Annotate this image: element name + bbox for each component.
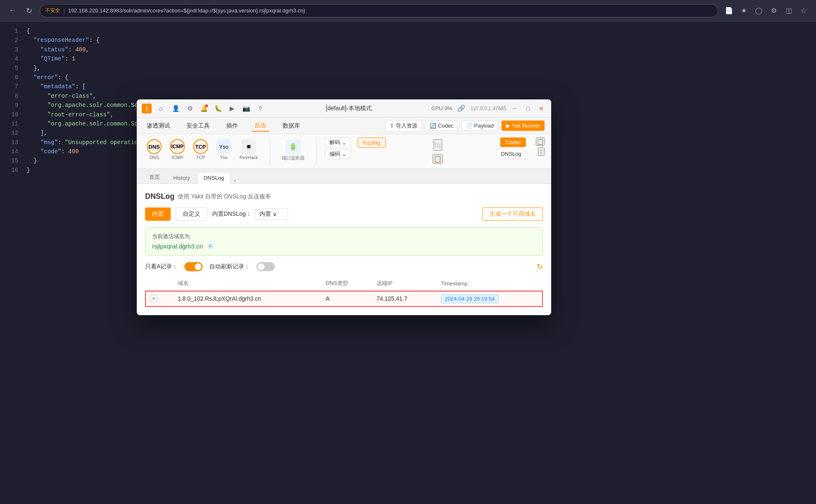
cpu-info: CPU 0%	[431, 105, 452, 111]
yak-runner-button[interactable]: ▶ Yak Runner	[501, 121, 545, 131]
tcp-label: TCP	[196, 155, 205, 160]
bug-icon-button[interactable]: 🐛	[212, 103, 224, 114]
read-mode-button[interactable]: 📄	[723, 5, 735, 17]
favorites-button[interactable]: ☆	[798, 5, 809, 17]
menu-item-pentest[interactable]: 渗透测试	[143, 121, 173, 131]
tab-history[interactable]: History	[167, 172, 196, 183]
transfer-icon-button[interactable]: ⇆	[433, 139, 442, 151]
only-a-label: 只看A记录：	[145, 263, 178, 270]
dns-button[interactable]: DNS DNS	[143, 137, 165, 162]
toolbar-divider-1	[270, 137, 270, 165]
reload-button[interactable]: ↻	[23, 5, 35, 17]
line-num: 16	[8, 166, 18, 175]
refresh-icon[interactable]: ↻	[537, 262, 543, 271]
home-button[interactable]: ⌂	[155, 103, 167, 114]
right-copy-button[interactable]: 📋	[536, 137, 545, 146]
line-num: 12	[8, 128, 18, 137]
notification-icon-button[interactable]: 🔔	[198, 103, 210, 114]
close-button[interactable]: ✕	[536, 104, 546, 113]
extension-button[interactable]: ◯	[753, 5, 765, 17]
right-upload-button[interactable]: ⇧	[538, 147, 545, 156]
cell-remote-ip: 74.125.41.7	[372, 291, 436, 307]
import-resource-button[interactable]: ⇧ 导入资源	[385, 120, 422, 132]
icmp-button[interactable]: ICMP ICMP	[167, 137, 188, 162]
dns-icon: DNS	[147, 139, 162, 154]
yso-button[interactable]: Yso Yso	[213, 137, 235, 162]
menu-item-reverse[interactable]: 反连	[251, 120, 269, 132]
icmp-icon: ICMP	[170, 139, 185, 154]
maximize-button[interactable]: □	[523, 104, 533, 113]
copy-domain-button[interactable]: ⎘	[206, 242, 215, 250]
yakit-menubar: 渗透测试 安全工具 插件 反连 数据库 ⇧ 导入资源 🔄 Codec 📄 Pay…	[137, 118, 551, 134]
cell-timestamp: 2024-04-29 20:19:54	[436, 291, 543, 307]
tcp-button[interactable]: TCP TCP	[190, 137, 211, 162]
menu-item-database[interactable]: 数据库	[279, 121, 303, 131]
help-icon-button[interactable]: ?	[254, 103, 266, 114]
minimize-button[interactable]: −	[510, 104, 520, 113]
auto-refresh-toggle[interactable]	[257, 262, 275, 271]
decode-chevron-icon: ⌄	[342, 140, 346, 146]
payload-icon: 📄	[466, 123, 472, 129]
dns-select-label: 内置DNSLog：	[212, 210, 252, 218]
expand-row-button[interactable]: +	[150, 295, 157, 302]
yak-runner-icon: ▶	[506, 123, 510, 129]
records-table: 域名 DNS类型 远端IP Timestamp + 1.8.0_102.RsJL…	[145, 276, 543, 307]
codec-menu-icon: 🔄	[430, 123, 436, 129]
bookmark-button[interactable]: ★	[738, 5, 750, 17]
cpu-label: CPU	[431, 105, 443, 111]
revhack-button[interactable]: ■ RevHack	[236, 137, 262, 162]
domain-name: rsjlpxqral.dgrh3.cn	[152, 243, 203, 250]
notification-dot	[205, 104, 208, 107]
line-num: 14	[8, 147, 18, 156]
codec-action-button[interactable]: Codec	[500, 137, 526, 147]
security-warning: 不安全	[45, 7, 60, 14]
copy-content-button[interactable]: 📋	[433, 154, 443, 164]
dns-select-group: 内置DNSLog： 内置 ∨	[212, 208, 288, 220]
menu-item-security-tools[interactable]: 安全工具	[183, 121, 213, 131]
user-icon-button[interactable]: 👤	[170, 103, 182, 114]
builtin-toggle-button[interactable]: 内置	[145, 207, 171, 221]
line-num: 6	[8, 73, 18, 82]
menu-item-plugins[interactable]: 插件	[223, 121, 241, 131]
dnslog-right-label: DNSLog	[496, 149, 526, 159]
yso-icon: Yso	[216, 139, 231, 154]
settings-icon-button[interactable]: ⚙	[184, 103, 196, 114]
tab-dnslog[interactable]: DNSLog	[197, 172, 230, 184]
decode-button[interactable]: 解码 ⌄	[325, 137, 351, 147]
generate-domain-button[interactable]: 生成一个可用域名	[482, 207, 543, 221]
toggle-group: 内置 自定义 内置DNSLog： 内置 ∨ 生成一个可用域名	[145, 207, 543, 221]
cell-domain: 1.8.0_102.RsJLpXQrAl.dgrh3.cn	[173, 291, 321, 307]
line-num: 3	[8, 45, 18, 54]
terminal-icon-button[interactable]: ▶	[226, 103, 238, 114]
connect-icon-button[interactable]: 🔗	[455, 103, 467, 114]
only-a-toggle[interactable]	[184, 262, 203, 271]
custom-toggle-button[interactable]: 自定义	[176, 207, 207, 221]
yak-runner-label: Yak Runner	[512, 123, 540, 129]
encode-chevron-icon: ⌄	[342, 151, 346, 157]
encode-button[interactable]: 编码 ⌄	[325, 149, 351, 159]
tab-home[interactable]: 首页	[143, 171, 166, 183]
yakit-toolbar: DNS DNS ICMP ICMP TCP TCP Yso Yso ■ RevH…	[137, 134, 551, 169]
camera-icon-button[interactable]: 📷	[240, 103, 252, 114]
codec-menu-button[interactable]: 🔄 Codec	[425, 121, 458, 131]
content-title-main: DNSLog	[145, 192, 174, 201]
back-button[interactable]: ←	[7, 5, 18, 17]
dns-select-dropdown[interactable]: 内置 ∨	[255, 208, 288, 220]
tab-dnslog-close[interactable]: ×	[232, 178, 238, 183]
tab-dnslog-label: DNSLog	[203, 175, 224, 181]
col-domain: 域名	[173, 276, 321, 291]
split-button[interactable]: ◫	[783, 5, 794, 17]
yakit-content: DNSLog 使用 Yakit 自带的 DNSLog 反连服务 内置 自定义 内…	[137, 184, 551, 315]
settings-button[interactable]: ⚙	[768, 5, 780, 17]
active-domain-label: 当前激活域名为	[152, 233, 536, 240]
fuzztag-button[interactable]: fuzztag	[358, 137, 386, 148]
cpu-value: 0%	[444, 105, 452, 111]
active-domain-box: 当前激活域名为 rsjlpxqral.dgrh3.cn ⎘	[145, 227, 543, 256]
dns-label: DNS	[149, 155, 159, 160]
col-dns-type: DNS类型	[321, 276, 372, 291]
port-listener-button[interactable]: 🔋 端口监听器	[278, 137, 308, 163]
line-num: 2	[8, 36, 18, 45]
payload-button[interactable]: 📄 Payload	[461, 121, 498, 131]
col-expand	[145, 276, 173, 291]
dns-chevron-icon: ∨	[273, 211, 277, 217]
